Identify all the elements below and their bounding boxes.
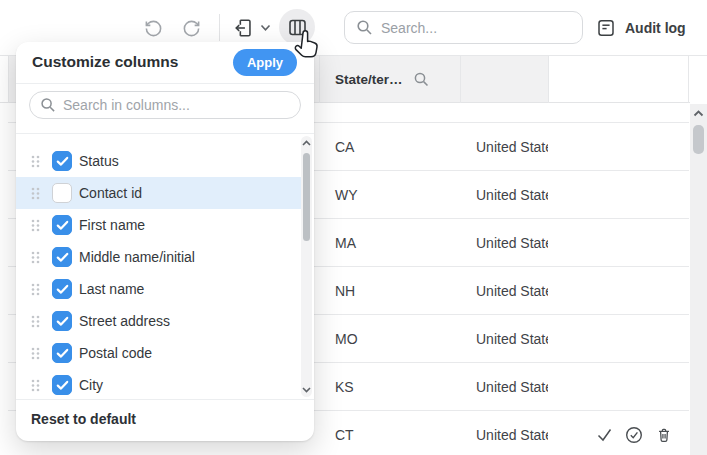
check-circle-action-button[interactable] [624, 425, 644, 445]
column-checkbox[interactable] [52, 215, 72, 235]
popover-title: Customize columns [32, 53, 178, 71]
state-column-header[interactable]: State/ter… [335, 56, 430, 103]
drag-handle-icon[interactable] [31, 219, 40, 232]
checkmark-icon [56, 284, 69, 295]
trash-action-button[interactable] [654, 425, 674, 445]
toolbar-divider [219, 14, 220, 41]
popover-footer: Reset to default [16, 400, 314, 441]
columns-icon [287, 17, 308, 38]
drag-handle-icon[interactable] [31, 155, 40, 168]
chevron-down-icon [260, 24, 271, 32]
redo-icon [182, 19, 201, 38]
column-label: Middle name/initial [79, 249, 195, 265]
checkmark-icon [56, 156, 69, 167]
state-cell: CA [335, 139, 354, 155]
checkmark-icon [56, 316, 69, 327]
export-chevron-button[interactable] [258, 21, 272, 35]
column-row[interactable]: Last name [16, 273, 302, 305]
reset-to-default-button[interactable]: Reset to default [31, 411, 136, 427]
drag-handle-icon[interactable] [31, 283, 40, 296]
columns-list: Status Contact id First name Middle name… [16, 133, 314, 400]
column-checkbox[interactable] [52, 247, 72, 267]
export-file-icon [233, 17, 255, 39]
country-cell: United States [476, 235, 548, 251]
checkmark-icon [56, 220, 69, 231]
search-icon [40, 97, 56, 113]
apply-button[interactable]: Apply [233, 49, 297, 76]
toolbar-search [344, 11, 583, 44]
country-cell: United States [476, 331, 548, 347]
checkmark-icon [56, 380, 69, 391]
trash-icon [655, 426, 673, 444]
column-row[interactable]: City [16, 369, 302, 401]
drag-handle-icon[interactable] [31, 379, 40, 392]
row-actions [594, 425, 674, 445]
column-row[interactable]: Street address [16, 305, 302, 337]
column-label: Contact id [79, 185, 142, 201]
popover-scrollbar[interactable] [301, 136, 312, 397]
app-screen: State/ter… CA United States WY United St… [0, 0, 707, 455]
column-label: Postal code [79, 345, 152, 361]
state-cell: NH [335, 283, 355, 299]
state-cell: MO [335, 331, 358, 347]
drag-handle-icon[interactable] [31, 187, 40, 200]
column-row[interactable]: First name [16, 209, 302, 241]
check-action-button[interactable] [594, 425, 614, 445]
audit-log-label: Audit log [625, 20, 686, 36]
country-cell: United States [476, 283, 548, 299]
checkmark-icon [56, 252, 69, 263]
column-label: Street address [79, 313, 170, 329]
export-button[interactable] [232, 15, 256, 41]
check-icon [595, 425, 614, 444]
column-checkbox[interactable] [52, 279, 72, 299]
column-row[interactable]: Contact id [16, 177, 302, 209]
column-label: Last name [79, 281, 144, 297]
customize-columns-button[interactable] [279, 9, 315, 45]
drag-handle-icon[interactable] [31, 251, 40, 264]
column-label: City [79, 377, 103, 393]
state-cell: WY [335, 187, 358, 203]
column-checkbox[interactable] [52, 183, 72, 203]
country-cell: United States [476, 379, 548, 395]
columns-search-input[interactable] [29, 91, 301, 119]
checkmark-icon [56, 348, 69, 359]
undo-icon [144, 19, 163, 38]
undo-button[interactable] [142, 17, 164, 39]
redo-button[interactable] [180, 17, 202, 39]
country-cell: United States [476, 139, 548, 155]
state-cell: MA [335, 235, 356, 251]
search-icon [356, 19, 373, 36]
country-cell: United States [476, 427, 548, 443]
scroll-down-icon[interactable] [301, 386, 312, 394]
column-search-icon[interactable] [413, 71, 430, 88]
column-row[interactable]: Status [16, 145, 302, 177]
state-column-label: State/ter… [335, 72, 403, 87]
table-scrollbar-thumb[interactable] [693, 125, 704, 154]
column-row[interactable]: Postal code [16, 337, 302, 369]
popover-scrollbar-thumb[interactable] [303, 153, 310, 241]
drag-handle-icon[interactable] [31, 315, 40, 328]
drag-handle-icon[interactable] [31, 347, 40, 360]
column-label: First name [79, 217, 145, 233]
audit-log-button[interactable]: Audit log [596, 12, 686, 44]
popover-header: Customize columns Apply [16, 42, 314, 84]
scroll-up-icon[interactable] [301, 139, 312, 147]
state-cell: KS [335, 379, 354, 395]
column-checkbox[interactable] [52, 151, 72, 171]
scroll-up-icon[interactable] [692, 109, 705, 118]
audit-log-icon [596, 18, 616, 38]
column-row[interactable]: Middle name/initial [16, 241, 302, 273]
country-cell: United States [476, 187, 548, 203]
column-checkbox[interactable] [52, 311, 72, 331]
search-input[interactable] [344, 11, 583, 44]
column-checkbox[interactable] [52, 343, 72, 363]
state-cell: CT [335, 427, 354, 443]
column-label: Status [79, 153, 119, 169]
columns-search [29, 91, 301, 119]
customize-columns-popover: Customize columns Apply Status Contact i… [16, 42, 314, 441]
check-circle-icon [625, 426, 643, 444]
column-checkbox[interactable] [52, 375, 72, 395]
table-scrollbar[interactable] [690, 104, 707, 455]
